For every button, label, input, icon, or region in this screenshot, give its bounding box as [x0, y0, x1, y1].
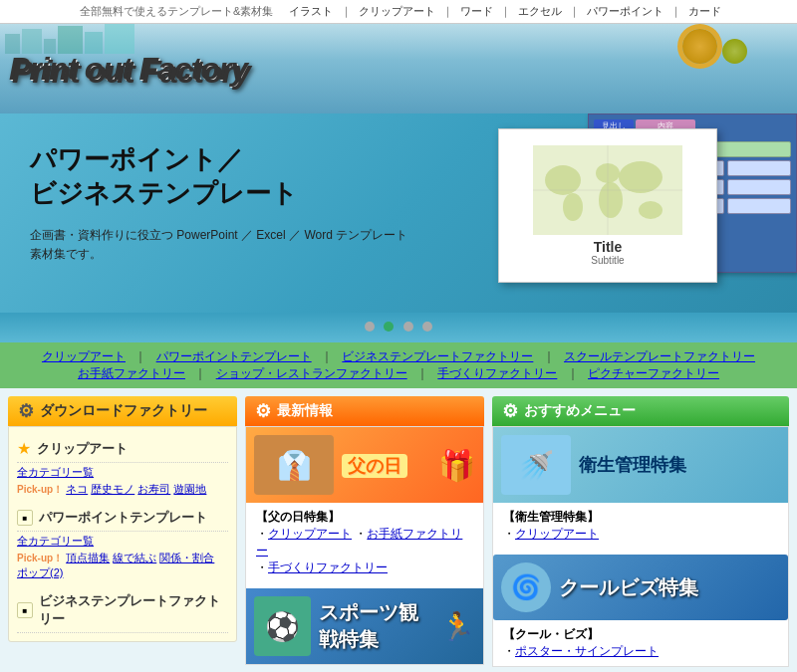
clipart-label[interactable]: クリップアート [37, 440, 128, 458]
coolbiz-title-container: クールビズ特集 [559, 574, 698, 601]
svg-point-5 [619, 161, 663, 193]
logo-text: Print out Factory [10, 52, 248, 89]
biz-icon: ■ [17, 602, 33, 618]
nav-card[interactable]: カード [688, 5, 721, 17]
fathers-day-links: 【父の日特集】 ・クリップアート ・お手紙ファクトリー ・手づくりファクトリー [246, 503, 483, 582]
coolbiz-poster-link[interactable]: ポスター・サインプレート [515, 644, 659, 658]
topnav-text: 全部無料で使えるテンプレート&素材集 [80, 5, 273, 17]
nav-picture-link[interactable]: ピクチャーファクトリー [588, 366, 719, 380]
fathers-day-section-label: 【父の日特集】 [256, 510, 340, 524]
recommend-header-label: おすすめメニュー [524, 402, 636, 420]
hygiene-img: 🚿 [501, 435, 571, 495]
pickup-label-1: Pick-up！ [17, 484, 63, 495]
fd-clipart-link[interactable]: クリップアート [268, 527, 352, 541]
ppt-peak-link[interactable]: 頂点描集 [66, 552, 110, 563]
clipart-history-link[interactable]: 歴史モノ [91, 483, 134, 495]
coolbiz-title: クールビズ特集 [559, 574, 698, 601]
svg-point-1 [545, 165, 581, 195]
nav-ppt-link[interactable]: パワーポイントテンプレート [156, 349, 312, 363]
sports-banner: ⚽ スポーツ観戦特集 🏃 [246, 588, 483, 664]
sports-title-container: スポーツ観戦特集 [319, 599, 432, 653]
site-logo[interactable]: Print out Factory [10, 52, 248, 89]
slide-subtitle-text: Subtitle [591, 255, 624, 266]
hygiene-links: 【衛生管理特集】 ・クリップアート [493, 503, 788, 549]
nav-clipart-link[interactable]: クリップアート [42, 349, 126, 363]
nav-links-row2: お手紙ファクトリー ｜ ショップ・レストランファクトリー ｜ 手づくりファクトリ… [0, 365, 797, 382]
svg-point-4 [599, 182, 623, 218]
hero-left-panel: パワーポイント／ビジネステンプレート 企画書・資料作りに役立つ PowerPoi… [0, 113, 438, 313]
coolbiz-emoji: 🌀 [511, 573, 541, 601]
sports-banner-img: ⚽ [254, 596, 311, 656]
download-section: ⚙ ダウンロードファクトリー ★ クリップアート 全カテゴリー覧 Pick-up… [8, 396, 237, 642]
dot-1[interactable] [365, 322, 375, 332]
fathers-day-banner: 👔 父の日 🎁 [246, 427, 483, 503]
hygiene-section-label: 【衛生管理特集】 [503, 510, 599, 524]
nav-powerpoint[interactable]: パワーポイント [587, 5, 664, 17]
gear-icon-right: ⚙ [502, 400, 518, 422]
nav-school-link[interactable]: スクールテンプレートファクトリー [564, 349, 755, 363]
recommend-header: ⚙ おすすめメニュー [492, 396, 789, 426]
coolbiz-img: 🌀 [501, 562, 551, 612]
ppt-pop-link[interactable]: ポップ(2) [17, 566, 63, 578]
clipart-park-link[interactable]: 遊園地 [173, 483, 206, 495]
nav-handmade-link[interactable]: 手づくりファクトリー [437, 366, 557, 380]
biz-label[interactable]: ビジネステンプレートファクトリー [39, 592, 228, 628]
sports-title: スポーツ観戦特集 [319, 599, 432, 653]
svg-point-6 [639, 201, 663, 219]
coolbiz-section-label: 【クール・ビズ】 [503, 627, 599, 641]
sports-deco: 🏃 [440, 610, 475, 643]
hygiene-emoji: 🚿 [519, 449, 554, 482]
recommend-box: 🚿 衛生管理特集 【衛生管理特集】 ・クリップアート 🌀 クールビズ特集 [492, 426, 789, 667]
star-icon: ★ [17, 439, 31, 458]
nav-links-bar: クリップアート ｜ パワーポイントテンプレート ｜ ビジネステンプレートファクト… [0, 342, 797, 388]
download-box: ★ クリップアート 全カテゴリー覧 Pick-up！ ネコ 歴史モノ お寿司 遊… [8, 426, 237, 642]
fathers-day-img: 👔 [254, 435, 334, 495]
news-header: ⚙ 最新情報 [245, 396, 484, 426]
nav-shop-link[interactable]: ショップ・レストランファクトリー [216, 366, 407, 380]
clipart-all-link[interactable]: 全カテゴリー覧 [17, 466, 94, 478]
nav-links-row1: クリップアート ｜ パワーポイントテンプレート ｜ ビジネステンプレートファクト… [0, 348, 797, 365]
ppt-pickup: Pick-up！ 頂点描集 線で結ぶ 関係・割合 ポップ(2) [17, 551, 228, 580]
dot-2[interactable] [384, 322, 394, 332]
ppt-icon: ■ [17, 510, 33, 526]
ppt-all-link[interactable]: 全カテゴリー覧 [17, 535, 94, 547]
clipart-category: ★ クリップアート [17, 435, 228, 463]
download-header-label: ダウンロードファクトリー [40, 402, 207, 420]
news-header-label: 最新情報 [277, 402, 333, 420]
nav-word[interactable]: ワード [460, 5, 493, 17]
ppt-sub: 全カテゴリー覧 [17, 534, 228, 549]
fd-handmade-link[interactable]: 手づくりファクトリー [268, 560, 388, 574]
main-content: ⚙ ダウンロードファクトリー ★ クリップアート 全カテゴリー覧 Pick-up… [0, 388, 797, 672]
carousel-dots [0, 313, 797, 342]
coolbiz-links: 【クール・ビズ】 ・ポスター・サインプレート [493, 620, 788, 666]
download-header: ⚙ ダウンロードファクトリー [8, 396, 237, 426]
ppt-category: ■ パワーポイントテンプレート [17, 505, 228, 532]
svg-point-2 [563, 193, 583, 221]
ppt-label[interactable]: パワーポイントテンプレート [39, 509, 207, 527]
hero-banner: パワーポイント／ビジネステンプレート 企画書・資料作りに役立つ PowerPoi… [0, 113, 797, 313]
clipart-cat-link[interactable]: ネコ [66, 483, 88, 495]
clipart-sushi-link[interactable]: お寿司 [137, 483, 170, 495]
fathers-day-emoji: 👔 [277, 449, 312, 482]
nav-illust[interactable]: イラスト [289, 5, 333, 17]
dot-3[interactable] [403, 322, 413, 332]
fathers-day-title: 父の日 [342, 452, 407, 478]
slide-title-text: Title [594, 239, 623, 255]
ppt-line-link[interactable]: 線で結ぶ [113, 552, 156, 563]
city-skyline [0, 24, 797, 54]
nav-letter-link[interactable]: お手紙ファクトリー [78, 366, 185, 380]
ppt-relation-link[interactable]: 関係・割合 [159, 552, 214, 563]
right-column: ⚙ おすすめメニュー 🚿 衛生管理特集 【衛生管理特集】 ・クリップアート [492, 396, 789, 667]
nav-excel[interactable]: エクセル [518, 5, 562, 17]
hygiene-clipart-link[interactable]: クリップアート [515, 527, 599, 541]
hero-subtitle: 企画書・資料作りに役立つ PowerPoint ／ Excel ／ Word テ… [30, 226, 418, 264]
hero-title: パワーポイント／ビジネステンプレート [30, 143, 418, 211]
nav-clipart[interactable]: クリップアート [359, 5, 435, 17]
left-column: ⚙ ダウンロードファクトリー ★ クリップアート 全カテゴリー覧 Pick-up… [8, 396, 237, 667]
pickup-label-2: Pick-up！ [17, 553, 63, 563]
biz-category: ■ ビジネステンプレートファクトリー [17, 588, 228, 633]
mid-column: ⚙ 最新情報 👔 父の日 🎁 【父の日特集】 [245, 396, 484, 667]
hygiene-title-container: 衛生管理特集 [579, 453, 686, 477]
dot-4[interactable] [422, 322, 432, 332]
nav-biz-link[interactable]: ビジネステンプレートファクトリー [342, 349, 533, 363]
